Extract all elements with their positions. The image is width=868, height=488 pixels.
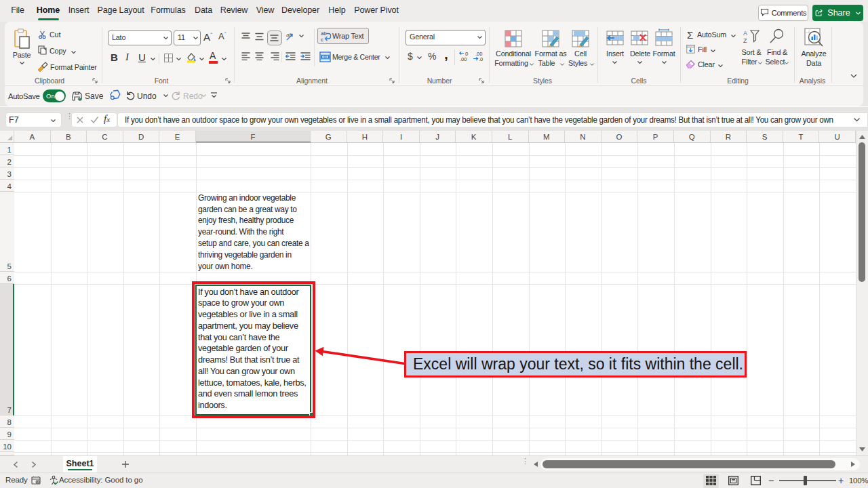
svg-text:.0: .0 — [479, 56, 483, 62]
svg-text:c: c — [321, 37, 323, 42]
svg-text:.00: .00 — [460, 56, 467, 62]
svg-text:A: A — [743, 30, 747, 37]
svg-text:ab: ab — [286, 32, 292, 38]
svg-text:Z: Z — [743, 37, 747, 43]
